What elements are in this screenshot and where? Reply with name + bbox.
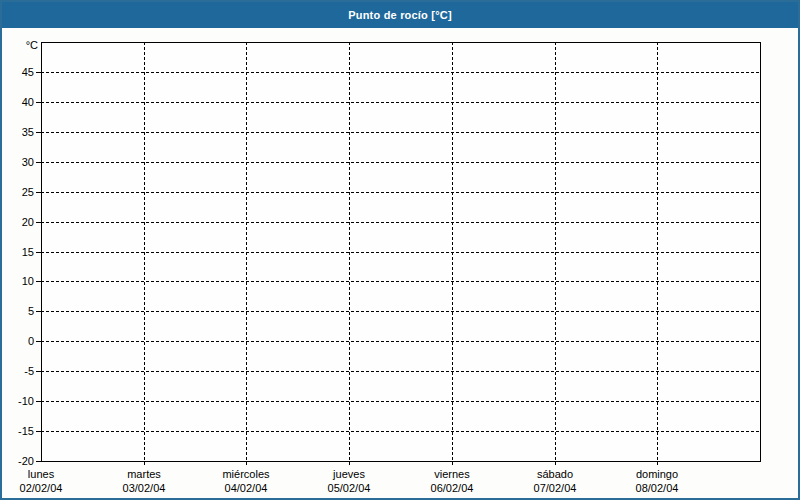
- x-date-label: 04/02/04: [225, 482, 268, 494]
- chart-title-bar: Punto de rocío [°C]: [2, 2, 798, 28]
- y-tick-label: 10: [22, 275, 34, 287]
- y-axis-unit-label: °C: [26, 39, 38, 51]
- chart-panel: Punto de rocío [°C] °C454035302520151050…: [0, 0, 800, 500]
- x-date-label: 06/02/04: [431, 482, 474, 494]
- y-tick-label: 35: [22, 126, 34, 138]
- chart-canvas: °C454035302520151050-5-10-15-20lunes02/0…: [2, 28, 798, 498]
- y-tick-label: 20: [22, 216, 34, 228]
- x-day-label: miércoles: [222, 468, 270, 480]
- y-tick-label: 30: [22, 156, 34, 168]
- x-day-label: sábado: [537, 468, 573, 480]
- chart-title: Punto de rocío [°C]: [348, 9, 452, 21]
- chart-body: °C454035302520151050-5-10-15-20lunes02/0…: [2, 28, 798, 498]
- y-tick-label: 15: [22, 246, 34, 258]
- x-date-label: 08/02/04: [636, 482, 679, 494]
- y-tick-label: 0: [28, 335, 34, 347]
- x-day-label: lunes: [28, 468, 55, 480]
- y-tick-label: 40: [22, 96, 34, 108]
- y-tick-label: -20: [18, 455, 34, 467]
- x-day-label: viernes: [434, 468, 470, 480]
- y-tick-label: 5: [28, 305, 34, 317]
- x-date-label: 07/02/04: [534, 482, 577, 494]
- y-tick-label: 45: [22, 66, 34, 78]
- x-date-label: 05/02/04: [328, 482, 371, 494]
- y-tick-label: 25: [22, 186, 34, 198]
- y-tick-label: -10: [18, 395, 34, 407]
- y-tick-label: -5: [24, 365, 34, 377]
- x-day-label: martes: [127, 468, 161, 480]
- x-date-label: 03/02/04: [123, 482, 166, 494]
- x-day-label: jueves: [332, 468, 365, 480]
- x-day-label: domingo: [636, 468, 678, 480]
- x-date-label: 02/02/04: [20, 482, 63, 494]
- y-tick-label: -15: [18, 425, 34, 437]
